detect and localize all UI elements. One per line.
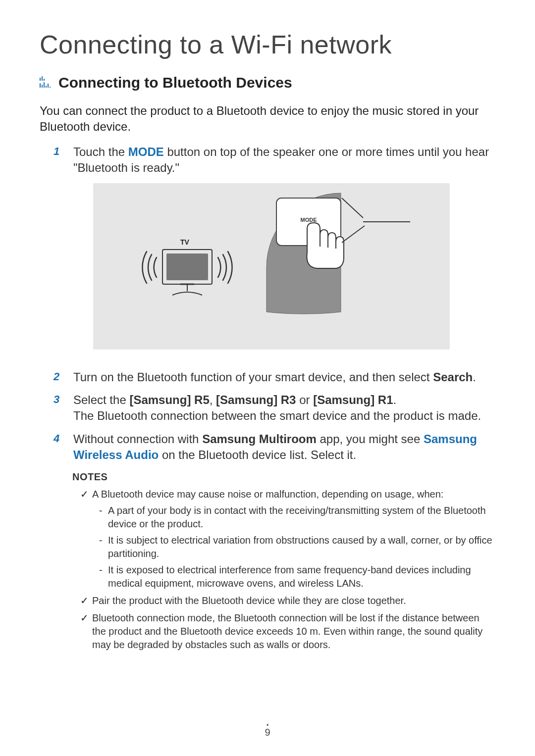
step-2: 2 Turn on the Bluetooth function of your…	[40, 369, 495, 385]
tv-label: TV	[180, 238, 189, 247]
text: Select the	[73, 393, 129, 406]
bars-icon	[40, 76, 53, 89]
section-header: Connecting to Bluetooth Devices	[40, 74, 495, 91]
search-keyword: Search	[433, 370, 473, 384]
text: app, you might see	[317, 432, 424, 446]
step-number: 1	[40, 144, 73, 362]
step-number: 3	[40, 392, 73, 424]
svg-line-19	[342, 226, 365, 243]
text: .	[393, 393, 397, 406]
text: Touch the	[73, 145, 128, 158]
note-subitem: It is exposed to electrical interference…	[99, 563, 495, 590]
svg-rect-4	[42, 85, 43, 88]
svg-rect-5	[44, 82, 45, 88]
note-subitem: A part of your body is in contact with t…	[99, 504, 495, 531]
notes-list: A Bluetooth device may cause noise or ma…	[80, 488, 495, 652]
section-title: Connecting to Bluetooth Devices	[58, 74, 292, 91]
page-number-value: 9	[265, 727, 270, 738]
notes-heading: NOTES	[72, 471, 495, 483]
mode-label: MODE	[301, 217, 317, 223]
svg-line-18	[342, 198, 363, 218]
svg-rect-10	[166, 253, 208, 280]
text: or	[296, 393, 313, 406]
step-1: 1 Touch the MODE button on top of the sp…	[40, 144, 495, 362]
steps-list: 1 Touch the MODE button on top of the sp…	[40, 144, 495, 463]
text: ,	[210, 393, 216, 406]
mode-keyword: MODE	[128, 145, 164, 158]
step-body: Select the [Samsung] R5, [Samsung] R3 or…	[73, 392, 495, 424]
note-subitem: It is subject to electrical variation fr…	[99, 534, 495, 560]
svg-rect-8	[50, 87, 51, 88]
figure-svg: MODE	[93, 183, 450, 350]
step-number: 2	[40, 369, 73, 385]
svg-rect-7	[48, 84, 49, 88]
page: Connecting to a Wi-Fi network Connecting…	[0, 0, 535, 756]
model-r3: [Samsung] R3	[216, 393, 296, 406]
app-name: Samsung Multiroom	[202, 432, 317, 446]
step-body: Without connection with Samsung Multiroo…	[73, 431, 495, 463]
text: The Bluetooth connection between the sma…	[73, 409, 481, 422]
text: on the Bluetooth device list. Select it.	[159, 448, 356, 461]
step-number: 4	[40, 431, 73, 463]
step-body: Turn on the Bluetooth function of your s…	[73, 369, 495, 385]
svg-rect-0	[40, 78, 41, 81]
note-text: A Bluetooth device may cause noise or ma…	[92, 489, 443, 500]
note-item: Bluetooth connection mode, the Bluetooth…	[80, 611, 495, 652]
figure-mode-press: TV	[93, 183, 450, 350]
model-r1: [Samsung] R1	[313, 393, 393, 406]
text: Turn on the Bluetooth function of your s…	[73, 370, 433, 384]
page-title: Connecting to a Wi-Fi network	[40, 30, 495, 59]
step-4: 4 Without connection with Samsung Multir…	[40, 431, 495, 463]
svg-rect-2	[44, 79, 45, 81]
note-sublist: A part of your body is in contact with t…	[99, 504, 495, 590]
svg-rect-1	[42, 76, 43, 81]
model-r5: [Samsung] R5	[129, 393, 209, 406]
note-item: Pair the product with the Bluetooth devi…	[80, 594, 495, 607]
section-intro: You can connect the product to a Bluetoo…	[40, 103, 495, 135]
svg-rect-3	[40, 83, 41, 88]
step-body: Touch the MODE button on top of the spea…	[73, 144, 495, 362]
text: .	[473, 370, 476, 384]
note-item: A Bluetooth device may cause noise or ma…	[80, 488, 495, 590]
step-3: 3 Select the [Samsung] R5, [Samsung] R3 …	[40, 392, 495, 424]
page-number: • 9	[0, 724, 535, 738]
svg-rect-6	[46, 86, 47, 88]
text: Without connection with	[73, 432, 202, 446]
